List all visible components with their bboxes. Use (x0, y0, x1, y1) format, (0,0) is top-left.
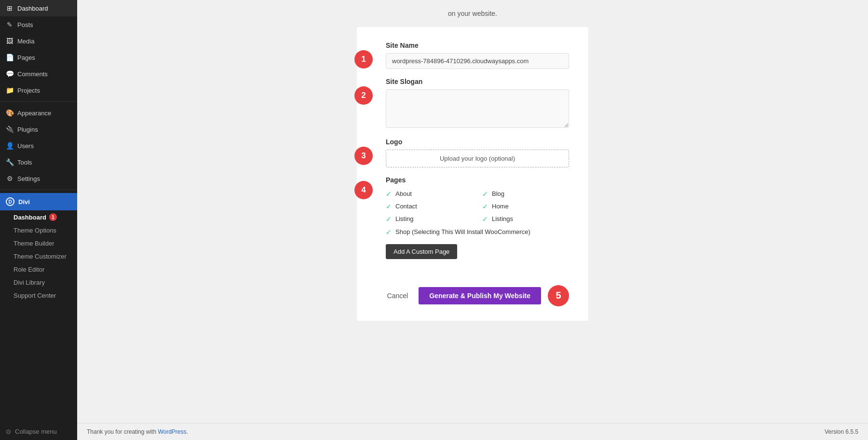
logo-section: 3 Logo Upload your logo (optional) (376, 138, 569, 167)
sidebar-item-settings[interactable]: ⚙ Settings (0, 170, 77, 187)
divi-logo-icon: D (6, 197, 14, 206)
check-home-icon: ✓ (482, 203, 488, 210)
sidebar-subitem-theme-customizer[interactable]: Theme Customizer (0, 250, 77, 263)
page-subtitle: on your website. (92, 10, 854, 17)
pages-section: 4 Pages ✓ About ✓ Blog (376, 176, 569, 269)
sidebar-subitem-theme-options[interactable]: Theme Options (0, 224, 77, 237)
sidebar-item-users[interactable]: 👤 Users (0, 138, 77, 154)
publish-button[interactable]: Generate & Publish My Website (419, 287, 541, 304)
form-card: 1 Site Name 2 Site Slogan 3 (357, 27, 588, 321)
sidebar-item-dashboard[interactable]: ⊞ Dashboard (0, 0, 77, 16)
dashboard-icon: ⊞ (6, 4, 14, 12)
cancel-button[interactable]: Cancel (381, 289, 414, 302)
upload-logo-button[interactable]: Upload your logo (optional) (386, 150, 569, 167)
site-slogan-input[interactable] (386, 89, 569, 128)
collapse-icon: ⊙ (6, 428, 11, 435)
plugins-icon: 🔌 (6, 125, 14, 133)
page-item-shop: ✓ Shop (Selecting This Will Install WooC… (386, 228, 569, 236)
page-item-about: ✓ About (386, 190, 473, 198)
main-content: on your website. 1 Site Name 2 Site Sl (77, 0, 868, 440)
pages-grid: ✓ About ✓ Blog ✓ Contact ✓ (386, 190, 569, 236)
pages-icon: 📄 (6, 54, 14, 61)
check-shop-icon: ✓ (386, 228, 392, 236)
page-item-listing: ✓ Listing (386, 215, 473, 223)
step-4-circle: 4 (354, 181, 373, 199)
version-label: Version 6.5.5 (825, 428, 858, 435)
page-listings-name: Listings (492, 215, 513, 223)
page-listing-name: Listing (395, 215, 414, 223)
site-name-input[interactable] (386, 53, 569, 69)
page-item-listings: ✓ Listings (482, 215, 569, 223)
sidebar-subitem-support-center[interactable]: Support Center (0, 289, 77, 302)
sidebar-item-plugins[interactable]: 🔌 Plugins (0, 121, 77, 138)
site-name-label: Site Name (386, 41, 569, 49)
sidebar-item-divi[interactable]: D Divi (0, 193, 77, 210)
sidebar: ⊞ Dashboard ✎ Posts 🖼 Media 📄 Pages 💬 Co… (0, 0, 77, 440)
page-shop-name: Shop (Selecting This Will Install WooCom… (395, 228, 530, 236)
action-bar: Cancel Generate & Publish My Website 5 (376, 277, 569, 306)
footer: Thank you for creating with WordPress. V… (77, 423, 868, 440)
appearance-icon: 🎨 (6, 109, 14, 117)
page-item-home: ✓ Home (482, 202, 569, 211)
pages-label: Pages (386, 176, 569, 184)
footer-text: Thank you for creating with WordPress. (87, 428, 188, 435)
dashboard-badge: 1 (49, 213, 57, 221)
sidebar-item-appearance[interactable]: 🎨 Appearance (0, 105, 77, 121)
step-1-circle: 1 (354, 50, 373, 69)
step-3-circle: 3 (354, 147, 373, 165)
page-item-blog: ✓ Blog (482, 190, 569, 198)
sidebar-subitem-role-editor[interactable]: Role Editor (0, 263, 77, 276)
site-slogan-label: Site Slogan (386, 78, 569, 85)
media-icon: 🖼 (6, 37, 14, 45)
sidebar-item-media[interactable]: 🖼 Media (0, 33, 77, 49)
page-about-name: About (395, 190, 412, 198)
page-item-contact: ✓ Contact (386, 202, 473, 211)
check-about-icon: ✓ (386, 190, 392, 198)
check-blog-icon: ✓ (482, 190, 488, 198)
site-name-section: 1 Site Name (376, 41, 569, 69)
settings-icon: ⚙ (6, 175, 14, 182)
wordpress-link[interactable]: WordPress (158, 428, 186, 435)
page-blog-name: Blog (492, 190, 504, 198)
step-5-circle: 5 (548, 285, 569, 306)
check-listing-icon: ✓ (386, 215, 392, 223)
sidebar-subitem-dashboard[interactable]: Dashboard 1 (0, 210, 77, 224)
comments-icon: 💬 (6, 70, 14, 78)
collapse-menu-button[interactable]: ⊙ Collapse menu (0, 423, 77, 440)
posts-icon: ✎ (6, 21, 14, 28)
sidebar-item-comments[interactable]: 💬 Comments (0, 66, 77, 82)
site-slogan-section: 2 Site Slogan (376, 78, 569, 129)
step-2-circle: 2 (354, 86, 373, 105)
page-home-name: Home (492, 202, 509, 211)
check-listings-icon: ✓ (482, 215, 488, 223)
sidebar-item-posts[interactable]: ✎ Posts (0, 16, 77, 33)
sidebar-subitem-divi-library[interactable]: Divi Library (0, 276, 77, 289)
sidebar-item-tools[interactable]: 🔧 Tools (0, 154, 77, 170)
page-contact-name: Contact (395, 202, 417, 211)
sidebar-item-pages[interactable]: 📄 Pages (0, 49, 77, 66)
logo-label: Logo (386, 138, 569, 146)
check-contact-icon: ✓ (386, 203, 392, 210)
modal-card: 1 Site Name 2 Site Slogan 3 (357, 27, 588, 321)
modal-wrapper: 1 Site Name 2 Site Slogan 3 (92, 27, 854, 321)
add-custom-page-button[interactable]: Add A Custom Page (386, 244, 457, 259)
users-icon: 👤 (6, 142, 14, 150)
projects-icon: 📁 (6, 86, 14, 94)
sidebar-item-projects[interactable]: 📁 Projects (0, 82, 77, 98)
tools-icon: 🔧 (6, 158, 14, 166)
sidebar-subitem-theme-builder[interactable]: Theme Builder (0, 237, 77, 250)
